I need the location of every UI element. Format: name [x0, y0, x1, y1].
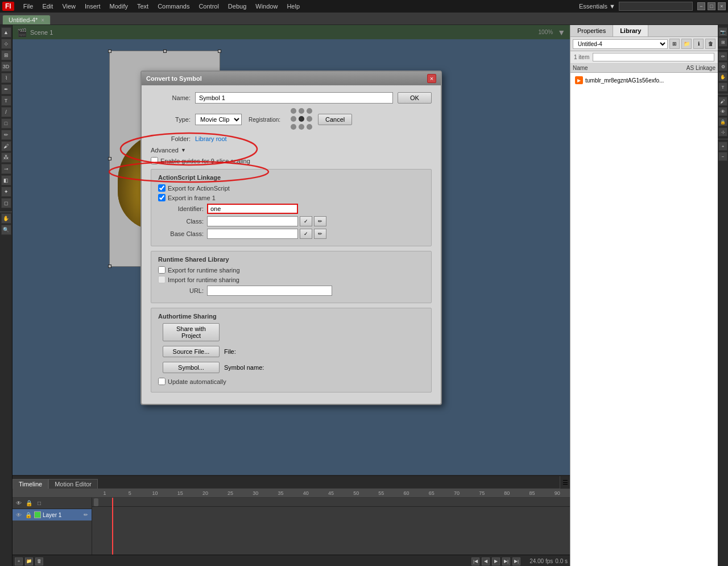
- advanced-toggle[interactable]: Advanced ▼: [151, 147, 432, 154]
- registration-grid[interactable]: [291, 108, 313, 131]
- base-class-input[interactable]: [207, 229, 298, 239]
- identifier-input[interactable]: [207, 204, 298, 214]
- menu-commands[interactable]: Commands: [153, 2, 194, 11]
- rt-btn-hand[interactable]: ✋: [718, 72, 727, 81]
- tool-eraser[interactable]: ◻: [1, 198, 11, 208]
- url-input[interactable]: [207, 286, 332, 296]
- menu-help[interactable]: Help: [282, 2, 304, 11]
- lib-item-cat[interactable]: ▶ tumblr_mr8egzntAG1s56exfo...: [573, 75, 715, 85]
- tool-hand[interactable]: ✋: [1, 213, 11, 224]
- folder-link[interactable]: Library root: [195, 135, 227, 142]
- menu-modify[interactable]: Modify: [105, 2, 133, 11]
- rt-btn-zoom-out[interactable]: −: [718, 152, 727, 161]
- reg-tr[interactable]: [307, 108, 312, 114]
- go-back-button[interactable]: ◀: [482, 557, 490, 565]
- new-folder-button[interactable]: 📁: [681, 39, 692, 49]
- tab-library[interactable]: Library: [613, 25, 648, 36]
- rt-btn-zoom-in[interactable]: +: [718, 142, 727, 151]
- document-selector[interactable]: Untitled-4: [573, 39, 668, 49]
- reg-ml[interactable]: [291, 116, 296, 122]
- library-search[interactable]: [593, 53, 714, 61]
- tool-line[interactable]: /: [1, 107, 11, 117]
- tool-lasso[interactable]: ⌇: [1, 73, 11, 83]
- class-input[interactable]: [207, 216, 298, 226]
- timeline-menu-btn[interactable]: ☰: [560, 476, 570, 489]
- rt-btn-text[interactable]: T: [718, 82, 727, 92]
- top-search-input[interactable]: [619, 2, 693, 11]
- reg-tl[interactable]: [291, 108, 296, 114]
- tool-zoom[interactable]: 🔍: [1, 225, 11, 235]
- go-first-button[interactable]: |◀: [471, 557, 479, 565]
- rt-btn-camera[interactable]: 📷: [718, 27, 727, 36]
- export-as-checkbox[interactable]: [158, 184, 166, 192]
- layer-eye-icon[interactable]: 👁: [15, 511, 23, 519]
- export-runtime-checkbox[interactable]: [158, 266, 166, 274]
- rt-btn-brush[interactable]: 🖌: [718, 97, 727, 106]
- tool-subselect[interactable]: ⊹: [1, 39, 11, 49]
- tab-timeline[interactable]: Timeline: [13, 479, 48, 489]
- update-auto-checkbox[interactable]: [158, 378, 166, 385]
- menu-insert[interactable]: Insert: [80, 2, 105, 11]
- doc-tab-close[interactable]: ×: [41, 17, 44, 23]
- tool-pen[interactable]: ✒: [1, 84, 11, 94]
- layer-edit-icon[interactable]: ✏: [82, 511, 89, 518]
- reg-tm[interactable]: [299, 108, 304, 114]
- delete-button[interactable]: 🗑: [705, 39, 715, 49]
- ok-button[interactable]: OK: [398, 92, 432, 104]
- minimize-button[interactable]: −: [697, 2, 705, 10]
- tool-text[interactable]: T: [1, 96, 11, 106]
- rt-btn-snap[interactable]: ⊹: [718, 127, 727, 137]
- reg-bl[interactable]: [291, 124, 296, 130]
- tool-brush[interactable]: 🖌: [1, 141, 11, 151]
- reg-br[interactable]: [307, 124, 312, 130]
- tool-rect[interactable]: □: [1, 118, 11, 129]
- menu-control[interactable]: Control: [194, 2, 223, 11]
- menu-file[interactable]: File: [19, 2, 38, 11]
- menu-window[interactable]: Window: [251, 2, 282, 11]
- go-forward-button[interactable]: ▶|: [502, 557, 510, 565]
- tool-pencil[interactable]: ✏: [1, 130, 11, 140]
- source-file-button[interactable]: Source File...: [163, 346, 220, 357]
- import-runtime-checkbox[interactable]: [158, 276, 166, 283]
- reg-bm[interactable]: [299, 124, 304, 130]
- tool-arrow[interactable]: ▲: [1, 27, 11, 38]
- tool-free-transform[interactable]: ⊞: [1, 50, 11, 60]
- rt-btn-expand[interactable]: ⊞: [718, 38, 727, 47]
- enable-guides-checkbox[interactable]: [151, 157, 158, 164]
- tab-motion-editor[interactable]: Motion Editor: [48, 479, 98, 489]
- tool-3d[interactable]: 3D: [1, 61, 11, 72]
- rt-btn-edit[interactable]: ✏: [718, 52, 727, 61]
- layer-lock-icon[interactable]: 🔒: [24, 511, 32, 519]
- tab-properties[interactable]: Properties: [570, 25, 613, 36]
- class-check-button[interactable]: ✓: [300, 216, 312, 226]
- reg-center[interactable]: [299, 116, 304, 122]
- tool-bone[interactable]: ⊸: [1, 164, 11, 174]
- doc-tab-untitled4[interactable]: Untitled-4* ×: [2, 15, 51, 24]
- play-button[interactable]: ▶: [492, 557, 500, 565]
- close-window-button[interactable]: ×: [718, 2, 726, 10]
- menu-view[interactable]: View: [57, 2, 80, 11]
- export-frame-checkbox[interactable]: [158, 194, 166, 201]
- rt-btn-eye[interactable]: 👁: [718, 107, 727, 116]
- share-with-project-button[interactable]: Share with Project: [163, 323, 220, 341]
- add-folder-button[interactable]: 📁: [25, 557, 33, 565]
- add-layer-button[interactable]: +: [15, 557, 23, 565]
- go-last-button[interactable]: ▶|: [512, 557, 520, 565]
- rt-btn-settings[interactable]: ⚙: [718, 62, 727, 71]
- rt-btn-lock[interactable]: 🔒: [718, 117, 727, 126]
- restore-button[interactable]: □: [708, 2, 715, 10]
- name-input[interactable]: [195, 92, 393, 104]
- reg-mr[interactable]: [307, 116, 312, 122]
- new-symbol-button[interactable]: ⊞: [669, 39, 680, 49]
- menu-debug[interactable]: Debug: [224, 2, 251, 11]
- menu-edit[interactable]: Edit: [38, 2, 57, 11]
- base-class-edit-button[interactable]: ✏: [314, 229, 326, 239]
- symbol-button[interactable]: Symbol...: [163, 362, 220, 373]
- menu-text[interactable]: Text: [133, 2, 153, 11]
- properties-button[interactable]: ℹ: [693, 39, 704, 49]
- dialog-close-button[interactable]: ×: [427, 74, 436, 83]
- tool-deco[interactable]: ⁂: [1, 152, 11, 163]
- tool-paint-bucket[interactable]: ◧: [1, 175, 11, 185]
- delete-layer-button[interactable]: 🗑: [35, 557, 43, 565]
- tool-eyedropper[interactable]: ✦: [1, 187, 11, 197]
